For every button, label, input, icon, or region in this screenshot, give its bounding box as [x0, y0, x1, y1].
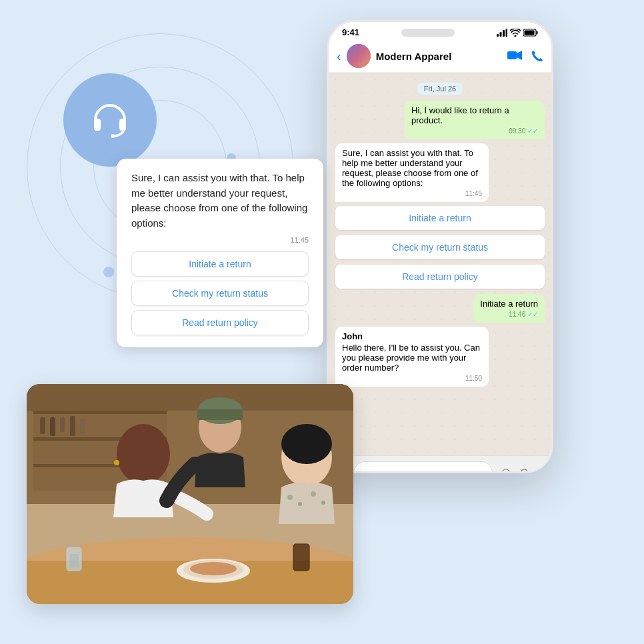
- svg-rect-4: [500, 32, 502, 37]
- headset-icon: [89, 99, 131, 141]
- svg-rect-31: [69, 554, 79, 567]
- svg-marker-12: [517, 51, 522, 60]
- header-actions: [507, 50, 543, 62]
- avatar-image: [347, 44, 371, 68]
- bubble-btn-check-status[interactable]: Check my return status: [131, 281, 309, 306]
- svg-rect-23: [70, 416, 75, 436]
- restaurant-scene-svg: [27, 384, 353, 604]
- received-message-1: Sure, I can assist you with that. To hel…: [335, 143, 489, 202]
- phone-call-icon[interactable]: [531, 50, 543, 62]
- phone-mockup: 9:41 ‹: [327, 20, 553, 473]
- svg-rect-5: [503, 30, 505, 37]
- svg-point-41: [298, 502, 302, 506]
- svg-point-29: [190, 562, 237, 575]
- bubble-btn-read-policy[interactable]: Read return policy: [131, 310, 309, 335]
- svg-rect-11: [507, 51, 517, 59]
- double-tick-icon-2: ✓✓: [527, 311, 538, 318]
- sent-message-1: Hi, I would like to return a product. 09…: [405, 101, 545, 139]
- bubble-quick-buttons: Initiate a return Check my return status…: [131, 251, 309, 335]
- svg-point-2: [111, 134, 115, 138]
- decorative-dot-2: [103, 267, 114, 277]
- wa-header: ‹ Modern Apparel: [329, 40, 551, 73]
- svg-point-42: [311, 491, 316, 497]
- double-tick-icon: ✓✓: [527, 127, 538, 135]
- mic-icon[interactable]: ♪: [537, 466, 543, 474]
- agent-name: John: [342, 331, 482, 341]
- chat-bubble-overlay: Sure, I can assist you with that. To hel…: [117, 159, 323, 347]
- restaurant-photo: [27, 384, 353, 604]
- dynamic-island: [401, 29, 455, 37]
- avatar: [347, 44, 371, 68]
- chat-area: Fri, Jul 26 Hi, I would like to return a…: [329, 73, 551, 455]
- received-message-john: John Hello there, I'll be to assist you.…: [335, 327, 489, 387]
- contact-name[interactable]: Modern Apparel: [376, 51, 502, 62]
- signal-icon: [497, 29, 507, 37]
- svg-point-7: [515, 35, 517, 37]
- svg-point-43: [321, 501, 325, 505]
- quick-reply-initiate[interactable]: Initiate a return: [335, 206, 545, 230]
- svg-rect-21: [50, 417, 55, 436]
- svg-rect-9: [537, 31, 538, 34]
- svg-point-40: [287, 495, 293, 500]
- svg-rect-0: [94, 119, 101, 131]
- date-badge: Fri, Jul 26: [335, 82, 545, 94]
- wifi-icon: [510, 29, 521, 37]
- svg-rect-32: [293, 544, 309, 571]
- svg-point-39: [281, 424, 332, 464]
- svg-rect-24: [80, 419, 85, 435]
- status-bar: 9:41: [329, 22, 551, 40]
- battery-icon: [523, 29, 538, 37]
- svg-rect-10: [525, 30, 535, 35]
- headset-circle: [63, 73, 157, 167]
- photo-placeholder: [27, 384, 353, 604]
- svg-point-34: [114, 460, 119, 465]
- video-call-icon[interactable]: [507, 50, 522, 61]
- camera-icon[interactable]: ⊙: [519, 465, 529, 473]
- status-time: 9:41: [342, 27, 359, 37]
- svg-rect-3: [497, 34, 499, 37]
- svg-rect-17: [33, 411, 167, 414]
- svg-rect-22: [60, 417, 65, 432]
- sent-message-2: Initiate a return 11:46 ✓✓: [473, 294, 545, 323]
- chat-input-bar: + ◎ ⊙ ♪: [329, 455, 551, 473]
- status-icons: [497, 29, 538, 37]
- bubble-btn-initiate[interactable]: Initiate a return: [131, 251, 309, 277]
- svg-point-33: [117, 424, 170, 484]
- quick-reply-read-policy[interactable]: Read return policy: [335, 265, 545, 289]
- chat-input-field[interactable]: [353, 461, 493, 473]
- quick-reply-check-status[interactable]: Check my return status: [335, 235, 545, 259]
- svg-rect-15: [27, 384, 353, 411]
- svg-rect-6: [506, 29, 508, 37]
- back-button[interactable]: ‹: [337, 49, 341, 64]
- sticker-icon[interactable]: ◎: [501, 465, 511, 473]
- svg-rect-20: [40, 417, 45, 434]
- svg-rect-37: [197, 409, 243, 420]
- bubble-time: 11:45: [131, 235, 309, 246]
